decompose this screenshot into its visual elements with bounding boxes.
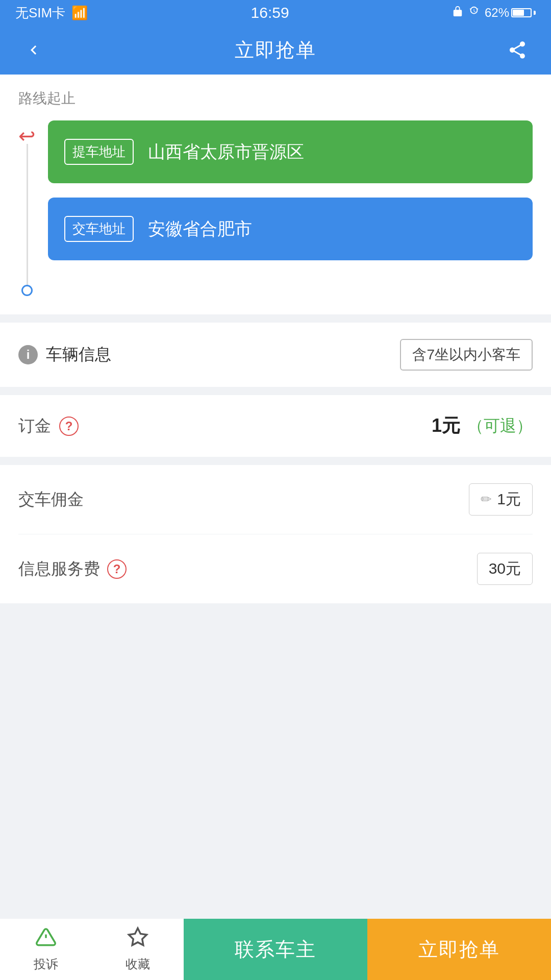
carrier-text: 无SIM卡 <box>15 4 65 22</box>
pickup-address: 山西省太原市晋源区 <box>148 140 304 164</box>
delivery-card[interactable]: 交车地址 安徽省合肥市 <box>48 198 533 260</box>
bottom-bar: 投诉 收藏 联系车主 立即抢单 <box>0 919 551 980</box>
edit-icon: ✏ <box>481 492 492 507</box>
battery-status: 62% <box>485 6 536 20</box>
deposit-value-group: 1元 （可退） <box>432 413 533 438</box>
route-line: ↩ <box>18 120 36 296</box>
pickup-card[interactable]: 提车地址 山西省太原市晋源区 <box>48 120 533 183</box>
bottom-spacer <box>0 807 551 869</box>
commission-value: 1元 <box>497 489 521 510</box>
service-fee-label-group: 信息服务费 ? <box>18 558 127 580</box>
wifi-icon: 📶 <box>71 5 88 21</box>
back-button[interactable] <box>18 35 49 65</box>
commission-row: 交车佣金 ✏ 1元 <box>18 465 533 534</box>
empty-area <box>0 603 551 807</box>
favorite-icon <box>127 926 148 953</box>
service-fee-label: 信息服务费 <box>18 558 100 580</box>
status-bar: 无SIM卡 📶 16:59 62% <box>0 0 551 26</box>
vehicle-value: 含7坐以内小客车 <box>400 339 533 371</box>
favorite-label: 收藏 <box>126 956 150 972</box>
fees-section: 交车佣金 ✏ 1元 信息服务费 ? 30元 <box>0 465 551 603</box>
deposit-amount: 1元 <box>432 413 460 438</box>
service-fee-value: 30元 <box>489 558 521 579</box>
status-right: 62% <box>452 6 536 20</box>
service-fee-row: 信息服务费 ? 30元 <box>18 534 533 603</box>
delivery-address: 安徽省合肥市 <box>148 217 252 241</box>
page-title: 立即抢单 <box>235 37 316 63</box>
deposit-left: 订金 ? <box>18 415 79 437</box>
commission-value-box[interactable]: ✏ 1元 <box>469 483 533 516</box>
route-section: 路线起止 ↩ 提车地址 山西省太原市晋源区 交车地址 安徽省合肥市 <box>0 75 551 314</box>
contact-owner-button[interactable]: 联系车主 <box>184 919 367 980</box>
lock-icon <box>452 6 463 20</box>
deposit-section: 订金 ? 1元 （可退） <box>0 395 551 457</box>
deposit-label: 订金 <box>18 415 51 437</box>
deposit-question-icon[interactable]: ? <box>59 416 79 436</box>
status-time: 16:59 <box>251 4 289 21</box>
service-fee-value-box: 30元 <box>477 553 533 585</box>
complaint-tab[interactable]: 投诉 <box>0 919 92 980</box>
battery-bar <box>511 8 532 17</box>
favorite-tab[interactable]: 收藏 <box>92 919 184 980</box>
commission-label: 交车佣金 <box>18 488 84 511</box>
route-dot <box>21 285 33 296</box>
share-button[interactable] <box>502 35 533 65</box>
battery-percent: 62% <box>485 6 509 20</box>
alarm-icon <box>468 6 480 20</box>
svg-marker-2 <box>129 928 147 945</box>
divider-2 <box>0 387 551 395</box>
service-fee-question-icon[interactable]: ? <box>107 559 127 579</box>
vehicle-section: i 车辆信息 含7坐以内小客车 <box>0 323 551 387</box>
delivery-tag: 交车地址 <box>64 216 134 242</box>
complaint-icon <box>35 926 57 953</box>
complaint-label: 投诉 <box>34 956 58 972</box>
route-swap-icon: ↩ <box>18 126 36 146</box>
route-cards: 提车地址 山西省太原市晋源区 交车地址 安徽省合肥市 <box>48 120 533 296</box>
divider-1 <box>0 314 551 323</box>
status-left: 无SIM卡 📶 <box>15 4 88 22</box>
vehicle-left: i 车辆信息 <box>18 344 111 366</box>
info-icon: i <box>18 345 38 364</box>
nav-bar: 立即抢单 <box>0 26 551 75</box>
pickup-tag: 提车地址 <box>64 139 134 165</box>
divider-3 <box>0 457 551 465</box>
route-line-bar <box>27 144 28 287</box>
grab-order-button[interactable]: 立即抢单 <box>367 919 551 980</box>
route-section-label: 路线起止 <box>18 89 533 108</box>
vehicle-label: 车辆信息 <box>46 344 111 366</box>
deposit-refund: （可退） <box>467 415 533 437</box>
route-container: ↩ 提车地址 山西省太原市晋源区 交车地址 安徽省合肥市 <box>18 120 533 296</box>
